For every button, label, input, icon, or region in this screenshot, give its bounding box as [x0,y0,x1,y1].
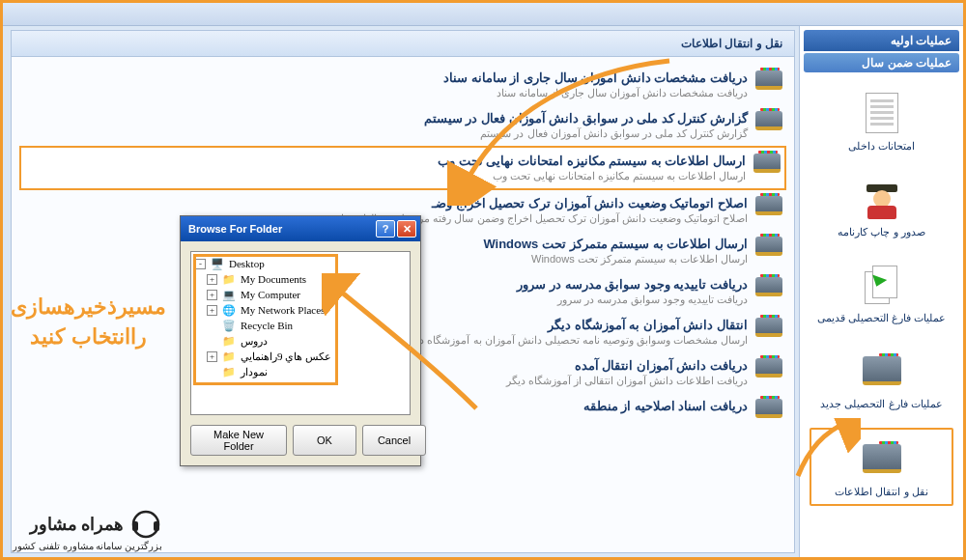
folder-icon: 📁 [221,334,237,348]
list-item-title: ارسال اطلاعات به سیستم مکانیزه امتحانات … [25,154,746,168]
folder-icon: 📁 [221,350,237,363]
tree-item-label: نمودار [241,366,268,378]
annotation-line: راانتخاب کنید [11,322,166,352]
folder-tree[interactable]: - 🖥️ Desktop + 📁 My Documents + 💻 My Com… [190,251,411,415]
collapse-icon[interactable]: - [195,259,206,269]
tree-item-label: My Computer [241,289,300,300]
folder-icon: 📁 [221,272,237,286]
organizer-icon [859,435,905,482]
svg-rect-1 [132,521,138,531]
sidebar-item-graduation-old[interactable]: عملیات فارغ التحصیلی قدیمی [810,256,953,330]
sidebar-item-data-transfer[interactable]: نقل و انتقال اطلاعات [810,428,953,506]
watermark: همراه مشاور بزرگترین سامانه مشاوره تلفنی… [13,508,162,551]
annotation-line: مسیرذخیرهسازی [11,293,166,322]
list-item-title: اصلاح اتوماتیک وضعیت دانش آموزان ترک تحص… [23,196,748,210]
organizer-icon [755,237,782,260]
list-item-desc: گزارش کنترل کد ملی در سوابق دانش آموزان … [23,127,748,140]
transfer-doc-icon [859,262,905,308]
tree-item-label: Desktop [229,258,265,269]
sidebar-item-print-report[interactable]: صدور و چاپ کارنامه [810,170,953,244]
computer-icon: 💻 [221,288,237,301]
headset-icon [129,508,162,541]
tree-item-recycle-bin[interactable]: 🗑️ Recycle Bin [195,318,406,333]
ok-button[interactable]: OK [293,425,356,456]
make-new-folder-button[interactable]: Make New Folder [190,425,287,456]
tree-item-label: دروس [241,335,268,348]
organizer-icon [753,154,781,177]
tree-item-label: عكس هاي 9راهنمایي [241,350,331,363]
sidebar-header-secondary: عملیات ضمن سال [804,53,959,72]
tree-item-label: Recycle Bin [241,320,293,331]
browse-for-folder-dialog: Browse For Folder ? ✕ - 🖥️ Desktop + 📁 M… [180,215,421,466]
tree-item-my-documents[interactable]: + 📁 My Documents [195,271,406,287]
list-item-title: دریافت مشخصات دانش آموزان سال جاری از سا… [23,70,748,85]
dialog-titlebar[interactable]: Browse For Folder ? ✕ [181,216,420,241]
sidebar-item-label: عملیات فارغ التحصیلی جدید [820,398,942,410]
expand-icon[interactable]: + [207,274,217,285]
organizer-icon [755,196,782,219]
tree-item-folder[interactable]: + 📁 عكس هاي 9راهنمایي [195,349,406,364]
list-item[interactable]: گزارش کنترل کد ملی در سوابق دانش آموزان … [19,105,786,146]
content-header: نقل و انتقال اطلاعات [12,31,794,57]
network-icon: 🌐 [221,303,237,317]
sidebar-item-internal-exams[interactable]: امتحانات داخلی [810,84,953,158]
dialog-help-button[interactable]: ? [376,220,395,238]
organizer-icon [859,348,905,394]
dialog-title: Browse For Folder [188,223,282,235]
tree-item-folder[interactable]: 📁 دروس [195,333,406,349]
tree-item-network-places[interactable]: + 🌐 My Network Places [195,302,406,318]
list-item-send-to-exam-system[interactable]: ارسال اطلاعات به سیستم مکانیزه امتحانات … [19,146,786,190]
sidebar: عملیات اولیه عملیات ضمن سال امتحانات داخ… [799,26,963,557]
expand-icon[interactable]: + [207,351,217,362]
watermark-brand: همراه مشاور [30,514,125,535]
menubar [3,3,963,26]
tree-item-my-computer[interactable]: + 💻 My Computer [195,287,406,302]
sidebar-item-label: عملیات فارغ التحصیلی قدیمی [817,312,946,324]
dialog-close-button[interactable]: ✕ [397,220,416,238]
sidebar-item-label: نقل و انتقال اطلاعات [835,486,927,498]
document-icon [859,90,905,136]
cancel-button[interactable]: Cancel [362,425,426,456]
list-item-desc: ارسال اطلاعات به سیستم مکانیزه امتحانات … [25,170,746,182]
recycle-bin-icon: 🗑️ [221,319,237,332]
desktop-icon: 🖥️ [210,257,225,270]
sidebar-header-primary: عملیات اولیه [804,30,959,51]
svg-rect-2 [154,521,159,531]
folder-icon: 📁 [221,365,237,378]
organizer-icon [755,111,782,134]
organizer-icon [755,318,782,341]
tree-item-desktop[interactable]: - 🖥️ Desktop [195,256,406,271]
sidebar-item-label: امتحانات داخلی [848,140,915,153]
list-item-desc: دریافت مشخصات دانش آموزان سال جاری از سا… [23,87,748,99]
organizer-icon [755,70,782,94]
sidebar-item-label: صدور و چاپ کارنامه [838,226,924,238]
watermark-tagline: بزرگترین سامانه مشاوره تلفنی کشور [13,541,162,551]
organizer-icon [755,358,782,381]
list-item-title: گزارش کنترل کد ملی در سوابق دانش آموزان … [23,111,748,126]
list-item[interactable]: دریافت مشخصات دانش آموزان سال جاری از سا… [19,65,786,105]
expand-icon[interactable]: + [207,305,217,316]
tree-item-label: My Documents [241,273,306,285]
organizer-icon [755,277,782,300]
graduate-icon [859,176,905,222]
organizer-icon [755,399,782,422]
annotation-text: مسیرذخیرهسازی راانتخاب کنید [11,293,166,352]
expand-icon[interactable]: + [207,290,217,300]
tree-item-folder[interactable]: 📁 نمودار [195,364,406,379]
tree-item-label: My Network Places [241,304,325,316]
sidebar-item-graduation-new[interactable]: عملیات فارغ التحصیلی جدید [810,342,953,416]
